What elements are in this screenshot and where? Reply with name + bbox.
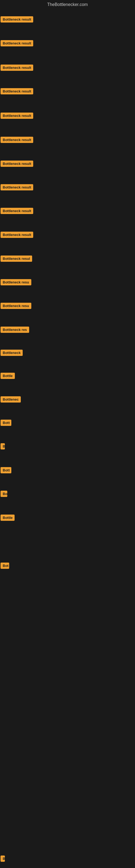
result-row-11: Bottleneck resul (1, 255, 32, 263)
bottleneck-badge-2[interactable]: Bottleneck result (1, 40, 33, 46)
result-row-19: B (1, 443, 5, 451)
result-row-5: Bottleneck result (1, 113, 33, 120)
result-row-7: Bottleneck result (1, 161, 33, 168)
bottleneck-badge-6[interactable]: Bottleneck result (1, 137, 33, 143)
result-row-8: Bottleneck result (1, 184, 33, 191)
result-row-14: Bottleneck res (1, 327, 29, 334)
bottleneck-badge-12[interactable]: Bottleneck resu (1, 279, 31, 285)
bottleneck-badge-17[interactable]: Bottlenec (1, 396, 21, 403)
result-row-15: Bottleneck (1, 350, 23, 357)
bottleneck-badge-20[interactable]: Bott (1, 467, 11, 473)
bottleneck-badge-14[interactable]: Bottleneck res (1, 327, 29, 333)
bottleneck-badge-21[interactable]: Bo (1, 491, 7, 497)
bottleneck-badge-9[interactable]: Bottleneck result (1, 208, 33, 214)
badges-container: Bottleneck resultBottleneck resultBottle… (0, 9, 135, 868)
bottleneck-badge-19[interactable]: B (1, 443, 5, 450)
bottleneck-badge-15[interactable]: Bottleneck (1, 350, 23, 356)
bottleneck-badge-11[interactable]: Bottleneck resul (1, 255, 32, 262)
bottleneck-badge-13[interactable]: Bottleneck resu (1, 303, 31, 309)
bottleneck-badge-7[interactable]: Bottleneck result (1, 161, 33, 167)
bottleneck-badge-26[interactable]: B (1, 856, 5, 862)
result-row-24: Bot (1, 563, 9, 570)
result-row-18: Bott (1, 420, 11, 427)
result-row-6: Bottleneck result (1, 137, 33, 144)
result-row-4: Bottleneck result (1, 88, 33, 95)
site-title: TheBottlenecker.com (0, 0, 135, 9)
bottleneck-badge-18[interactable]: Bott (1, 420, 11, 426)
bottleneck-badge-10[interactable]: Bottleneck result (1, 231, 33, 238)
result-row-10: Bottleneck result (1, 231, 33, 239)
site-title-container: TheBottlenecker.com (0, 0, 135, 9)
result-row-20: Bott (1, 467, 11, 474)
result-row-12: Bottleneck resu (1, 279, 31, 286)
result-row-13: Bottleneck resu (1, 303, 31, 310)
result-row-2: Bottleneck result (1, 40, 33, 48)
bottleneck-badge-1[interactable]: Bottleneck result (1, 16, 33, 23)
result-row-9: Bottleneck result (1, 208, 33, 215)
bottleneck-badge-5[interactable]: Bottleneck result (1, 113, 33, 119)
result-row-3: Bottleneck result (1, 65, 33, 72)
bottleneck-badge-8[interactable]: Bottleneck result (1, 184, 33, 190)
result-row-22: Bottle (1, 515, 14, 522)
result-row-1: Bottleneck result (1, 16, 33, 24)
bottleneck-badge-22[interactable]: Bottle (1, 515, 14, 521)
result-row-26: B (1, 856, 5, 863)
result-row-21: Bo (1, 491, 7, 498)
bottleneck-badge-3[interactable]: Bottleneck result (1, 65, 33, 71)
bottleneck-badge-16[interactable]: Bottle (1, 373, 15, 379)
result-row-16: Bottle (1, 373, 15, 380)
result-row-17: Bottlenec (1, 396, 21, 404)
bottleneck-badge-24[interactable]: Bot (1, 563, 9, 569)
bottleneck-badge-4[interactable]: Bottleneck result (1, 88, 33, 94)
